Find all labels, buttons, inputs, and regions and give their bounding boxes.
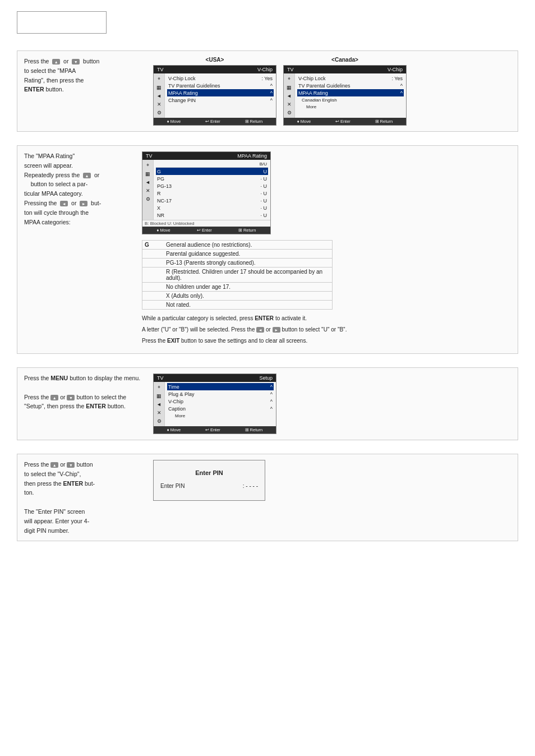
canada-screen: TV V-Chip ⌖ ▦ ◄ ✕ ⚙ V-Chip Lock: Yes <box>283 65 407 126</box>
usa-footer-enter: ↩ Enter <box>205 119 220 124</box>
section-1-line1: Press the <box>24 58 49 64</box>
note2-or: or <box>266 326 273 333</box>
menu-bold: MENU <box>50 375 68 381</box>
canada-sound-icon: ◄ <box>287 93 292 99</box>
setup-screen-wrapper: TV Setup ⌖ ▦ ◄ ✕ ⚙ Time^ Plug & Play^ <box>153 374 276 434</box>
usa-screen-wrapper: <USA> TV V-Chip ⌖ ▦ ◄ ✕ ⚙ <box>153 57 276 126</box>
mpaa-row-nc17: NC-17· U <box>156 197 268 204</box>
usa-header-right: V-Chip <box>257 67 273 72</box>
canada-cross-icon: ✕ <box>287 102 292 107</box>
s2-or2: or <box>71 200 76 206</box>
setup-settings-icon: ⚙ <box>157 418 162 424</box>
desc-nr: Not rated. <box>166 302 191 308</box>
cat-x <box>145 293 162 299</box>
antenna-icon: ⌖ <box>158 76 160 82</box>
enter-bold: ENTER <box>255 315 274 321</box>
note2-text: A letter ("U" or "B") will be selected. … <box>142 326 256 333</box>
desc-r: R (Restricted. Children under 17 should … <box>166 269 330 281</box>
note3b-text: button to save the settings and to clear… <box>181 338 307 344</box>
canada-screen-wrapper: <Canada> TV V-Chip ⌖ ▦ ◄ ✕ ⚙ <box>283 57 407 126</box>
cat-nc17 <box>145 284 162 290</box>
mpaa-row-pg: PG· U <box>156 175 268 182</box>
mpaa-footer-return: ⊞ Return <box>238 228 256 233</box>
setup-footer-move: ♦ Move <box>167 427 181 432</box>
note-bu: A letter ("U" or "B") will be selected. … <box>142 325 511 334</box>
usa-row-mpaa: MPAA Rating^ <box>167 89 274 96</box>
s2-line5: ticular MPAA category. <box>24 190 83 197</box>
mpaa-footer-move: ♦ Move <box>157 228 170 233</box>
mpaa-header: TV MPAA Rating <box>142 152 270 160</box>
note1-text: While a particular category is selected,… <box>142 315 255 321</box>
s2-line2: screen will appear. <box>24 162 73 169</box>
sound-icon: ◄ <box>156 93 162 99</box>
exit-bold: EXIT <box>167 338 179 344</box>
setup-channel-icon: ▦ <box>156 393 162 399</box>
setup-antenna-icon: ⌖ <box>158 384 160 390</box>
setup-menu-items: Time^ Plug & Play^ V-Chip^ Caption^ More <box>165 382 276 426</box>
s4-line6: ton. <box>24 489 34 496</box>
canada-sidebar: ⌖ ▦ ◄ ✕ ⚙ <box>284 73 295 118</box>
setup-footer-return: ⊞ Return <box>245 427 263 432</box>
s4-up-icon: ▲ <box>50 462 58 468</box>
s4-line9: digit PIN number. <box>24 527 70 534</box>
mpaa-desc-row-pg: Parental guidance suggested. <box>142 250 332 259</box>
s3-down-icon: ▼ <box>67 395 75 400</box>
setup-body: ⌖ ▦ ◄ ✕ ⚙ Time^ Plug & Play^ V-Chip^ <box>154 382 276 426</box>
canada-antenna-icon: ⌖ <box>288 76 290 82</box>
s3-up-icon: ▲ <box>50 395 58 400</box>
s2-right-icon: ► <box>80 201 87 206</box>
canada-header-right: V-Chip <box>388 67 403 72</box>
s2-line6: Pressing the <box>24 200 57 206</box>
section-1-enter: ENTER <box>24 86 44 93</box>
canada-channel-icon: ▦ <box>287 85 292 90</box>
usa-screen-body: ⌖ ▦ ◄ ✕ ⚙ V-Chip Lock: Yes TV Parental G… <box>154 73 276 118</box>
pin-screen: Enter PIN Enter PIN : - - - - <box>153 460 265 501</box>
channel-icon: ▦ <box>156 85 162 90</box>
usa-screen-footer: ♦ Move ↩ Enter ⊞ Return <box>154 118 276 125</box>
section-1-line2: to select the "MPAA <box>24 67 76 74</box>
note3-text: Press the <box>142 338 167 344</box>
setup-row-plugplay: Plug & Play^ <box>167 390 274 398</box>
note-left-icon: ◄ <box>256 327 264 333</box>
s2-line8: MPAA categories: <box>24 219 71 225</box>
canada-row-vchiplock: V-Chip Lock: Yes <box>297 75 404 82</box>
setup-footer-enter: ↩ Enter <box>205 427 220 432</box>
mpaa-desc-row-r: R (Restricted. Children under 17 should … <box>142 268 332 283</box>
mpaa-sound-icon: ◄ <box>145 179 150 185</box>
mpaa-settings-icon: ⚙ <box>146 196 150 202</box>
s4-line4: then press the <box>24 480 63 487</box>
s4-line2: button <box>76 461 93 468</box>
mpaa-desc-row-nc17: No children under age 17. <box>142 283 332 292</box>
screens-group: <USA> TV V-Chip ⌖ ▦ ◄ ✕ ⚙ <box>153 57 407 126</box>
s3-or: or <box>60 394 67 400</box>
pin-screen-wrapper: Enter PIN Enter PIN : - - - - <box>153 460 511 501</box>
canada-settings-icon: ⚙ <box>287 110 292 116</box>
canada-screen-footer: ♦ Move ↩ Enter ⊞ Return <box>284 118 406 125</box>
s3-line3: Press the <box>24 394 50 400</box>
usa-label: <USA> <box>153 57 276 63</box>
s3-enter-bold: ENTER <box>86 403 106 409</box>
setup-row-vchip: V-Chip^ <box>167 398 274 405</box>
mpaa-desc-row-pg13: PG-13 (Parents strongly cautioned). <box>142 259 332 268</box>
s3-line1: Press the <box>24 375 50 381</box>
canada-footer-move: ♦ Move <box>297 119 311 124</box>
s4-line5: but- <box>85 480 95 487</box>
mpaa-row-nr: NR· U <box>156 211 268 219</box>
section-1-line3: Rating", then press the <box>24 77 84 84</box>
canada-footer-return: ⊞ Return <box>375 119 393 124</box>
section-2-text: The "MPAA Rating" screen will appear. Re… <box>24 151 131 227</box>
setup-row-more: More <box>167 412 274 419</box>
desc-g: General audience (no restrictions). <box>166 242 252 248</box>
setup-row-caption: Caption^ <box>167 405 274 412</box>
desc-nc17: No children under age 17. <box>166 284 230 290</box>
up-arrow-icon: ▲ <box>52 59 60 64</box>
setup-sidebar: ⌖ ▦ ◄ ✕ ⚙ <box>154 382 165 426</box>
cat-nr <box>145 302 162 308</box>
s4-down-icon: ▼ <box>67 462 75 468</box>
mpaa-header-row: B/U <box>156 161 268 168</box>
section-4: Press the ▲ or ▼ button to select the "V… <box>17 454 518 541</box>
s2-left-icon: ◄ <box>60 201 68 206</box>
s3-line2: button to display the menu. <box>70 375 140 381</box>
mpaa-header-right: MPAA Rating <box>237 153 267 159</box>
s2-or1: or <box>94 172 99 178</box>
